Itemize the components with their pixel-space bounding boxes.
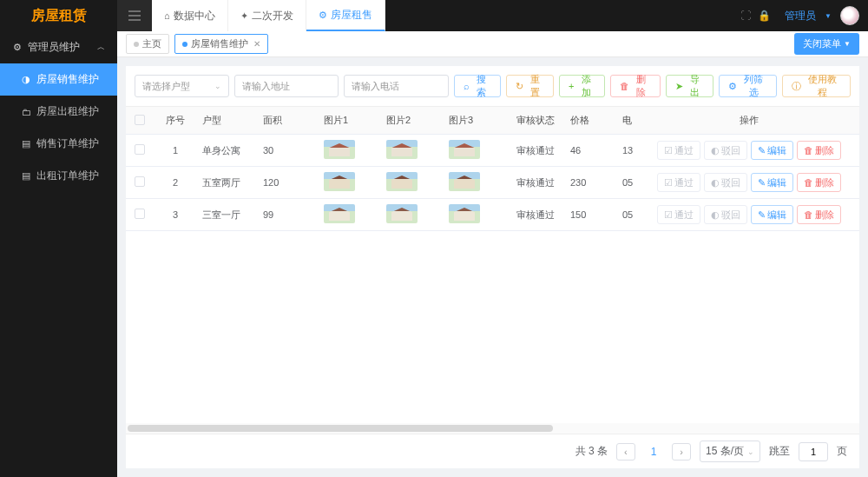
col-status: 审核状态	[511, 107, 565, 135]
row-delete-button[interactable]: 🗑 删除	[797, 173, 841, 192]
gear-icon: ⚙	[319, 10, 327, 21]
dot-icon	[134, 42, 139, 47]
tutorial-button[interactable]: ⓘ使用教程	[782, 75, 851, 97]
sidebar-item-rent-maintain[interactable]: 🗀 房屋出租维护	[0, 96, 117, 128]
sidebar-group-admin[interactable]: ⚙ 管理员维护 ︿	[0, 31, 117, 63]
folder-icon: 🗀	[21, 107, 31, 117]
gear-icon: ⚙	[728, 81, 737, 92]
row-checkbox[interactable]	[135, 209, 145, 219]
fullscreen-icon[interactable]: ⛶	[740, 10, 751, 22]
house-thumbnail[interactable]	[386, 172, 418, 191]
select-all-checkbox[interactable]	[135, 115, 145, 125]
tab-label: 二次开发	[252, 9, 293, 23]
approve-button[interactable]: ☑ 通过	[657, 205, 700, 224]
button-label: 搜索	[472, 73, 491, 99]
row-checkbox[interactable]	[135, 144, 145, 155]
cell-area: 120	[258, 167, 319, 199]
sidebar-toggle[interactable]	[117, 0, 152, 31]
select-placeholder: 请选择户型	[142, 80, 190, 93]
house-thumbnail[interactable]	[386, 140, 418, 159]
house-thumbnail[interactable]	[449, 172, 480, 191]
sidebar-item-rent-order[interactable]: ▤ 出租订单维护	[0, 160, 117, 192]
house-thumbnail[interactable]	[386, 204, 418, 223]
sidebar-item-sale-maintain[interactable]: ◑ 房屋销售维护	[0, 63, 117, 96]
house-type-select[interactable]: 请选择户型 ⌄	[135, 75, 229, 97]
jump-page-input[interactable]	[799, 442, 828, 461]
search-icon: ⌕	[464, 81, 470, 91]
user-role-label[interactable]: 管理员	[785, 9, 816, 23]
page-size-select[interactable]: 15 条/页 ⌄	[700, 441, 760, 462]
approve-button[interactable]: ☑ 通过	[657, 173, 700, 192]
sidebar: ⚙ 管理员维护 ︿ ◑ 房屋销售维护 🗀 房屋出租维护 ▤ 销售订单维护 ▤ 出…	[0, 31, 117, 477]
table-container: 序号 户型 面积 图片1 图片2 图片3 审核状态 价格 电 操作 1单身公寓3…	[126, 107, 859, 434]
house-thumbnail[interactable]	[449, 204, 480, 223]
house-thumbnail[interactable]	[324, 204, 355, 223]
reject-button[interactable]: ◐ 驳回	[704, 141, 747, 160]
crumb-current[interactable]: 房屋销售维护 ✕	[174, 34, 268, 54]
cell-phone: 05	[617, 167, 638, 199]
phone-input[interactable]: 请输入电话	[344, 75, 449, 97]
sidebar-item-sale-order[interactable]: ▤ 销售订单维护	[0, 128, 117, 160]
input-placeholder: 请输入地址	[242, 80, 290, 93]
search-button[interactable]: ⌕搜索	[454, 75, 501, 97]
dot-icon	[182, 42, 187, 47]
close-menu-button[interactable]: 关闭菜单 ▼	[794, 33, 859, 55]
house-thumbnail[interactable]	[449, 140, 480, 159]
top-nav-tabs: ⌂ 数据中心 ✦ 二次开发 ⚙ 房屋租售	[152, 0, 385, 31]
next-page-button[interactable]: ›	[672, 443, 691, 460]
cell-type: 单身公寓	[197, 135, 258, 167]
reject-icon: ◐	[711, 177, 720, 189]
row-delete-button[interactable]: 🗑 删除	[797, 205, 841, 224]
sidebar-item-label: 房屋销售维护	[36, 72, 99, 87]
refresh-icon: ↻	[516, 81, 523, 92]
cell-price: 150	[565, 199, 617, 231]
trash-icon: 🗑	[620, 81, 629, 91]
close-icon[interactable]: ✕	[253, 39, 260, 49]
sidebar-item-label: 出租订单维护	[36, 169, 99, 183]
sparkle-icon: ✦	[240, 10, 248, 22]
page-suffix: 页	[837, 444, 847, 459]
circle-icon: ◑	[21, 74, 31, 85]
edit-button[interactable]: ✎ 编辑	[751, 141, 793, 160]
export-button[interactable]: ➤导出	[666, 75, 714, 97]
tab-secondary-dev[interactable]: ✦ 二次开发	[228, 0, 306, 31]
prev-page-button[interactable]: ‹	[616, 443, 635, 460]
lock-icon[interactable]: 🔒	[758, 10, 771, 22]
reject-button[interactable]: ◐ 驳回	[704, 205, 747, 224]
chevron-down-icon[interactable]: ▼	[825, 12, 832, 20]
edit-button[interactable]: ✎ 编辑	[751, 173, 793, 192]
add-button[interactable]: +添加	[559, 75, 605, 97]
house-thumbnail[interactable]	[324, 172, 355, 191]
reset-button[interactable]: ↻重置	[506, 75, 555, 97]
edit-button[interactable]: ✎ 编辑	[751, 205, 793, 224]
tab-label: 数据中心	[174, 9, 215, 23]
horizontal-scrollbar[interactable]	[126, 423, 859, 434]
row-delete-button[interactable]: 🗑 删除	[797, 141, 841, 160]
cell-seq: 1	[154, 135, 197, 167]
plus-icon: +	[569, 81, 574, 91]
chevron-down-icon: ⌄	[214, 82, 221, 90]
approve-button[interactable]: ☑ 通过	[657, 141, 700, 160]
cell-area: 30	[258, 135, 319, 167]
column-filter-button[interactable]: ⚙列筛选	[719, 75, 777, 97]
col-seq: 序号	[154, 107, 197, 135]
row-checkbox[interactable]	[135, 176, 145, 187]
breadcrumb-bar: 主页 房屋销售维护 ✕ 关闭菜单 ▼	[117, 31, 868, 57]
chevron-up-icon: ︿	[97, 42, 105, 53]
table-header-row: 序号 户型 面积 图片1 图片2 图片3 审核状态 价格 电 操作	[126, 107, 859, 135]
address-input[interactable]: 请输入地址	[234, 75, 339, 97]
house-thumbnail[interactable]	[324, 140, 355, 159]
reject-button[interactable]: ◐ 驳回	[704, 173, 747, 192]
total-count: 共 3 条	[575, 444, 608, 459]
page-number[interactable]: 1	[644, 443, 664, 460]
delete-button[interactable]: 🗑删除	[610, 75, 661, 97]
jump-label: 跳至	[769, 444, 790, 459]
tab-data-center[interactable]: ⌂ 数据中心	[152, 0, 228, 31]
avatar[interactable]	[840, 6, 859, 25]
sidebar-group-label: 管理员维护	[28, 40, 80, 55]
button-label: 关闭菜单	[803, 37, 841, 50]
crumb-home[interactable]: 主页	[126, 34, 169, 54]
button-label: 导出	[686, 73, 705, 99]
tab-label: 房屋租售	[331, 8, 372, 23]
tab-house-rental[interactable]: ⚙ 房屋租售	[306, 0, 385, 31]
